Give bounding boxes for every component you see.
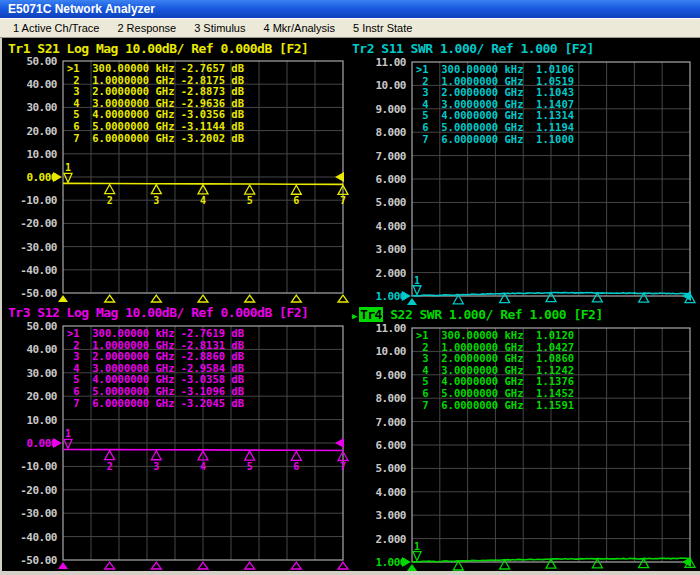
marker-table-row: 7 6.0000000 GHz 1.1000 [416,134,574,146]
marker-triangle-icon [245,451,255,460]
marker-triangle-icon [105,185,115,194]
marker-triangle-icon [151,451,161,460]
marker-active-triangle-icon [413,552,421,561]
axis-marker-icon [338,295,348,302]
axis-marker-active-icon [407,564,417,571]
menu-item-response[interactable]: 2 Response [108,22,185,34]
trace-name[interactable]: Tr3 [8,305,30,320]
marker-number: 2 [107,461,113,472]
marker-number: 5 [247,195,253,206]
menu-bar: 1 Active Ch/Trace 2 Response 3 Stimulus … [0,18,700,38]
marker-table-row: >1 300.00000 kHz 1.0120 [416,330,574,342]
trace-name[interactable]: Tr1 [8,41,30,56]
axis-marker-icon [151,562,161,569]
axis-marker-icon [105,295,115,302]
marker-number: 7 [340,195,346,206]
marker-number: 7 [340,461,346,472]
marker-number: 1 [414,541,420,552]
app-window: E5071C Network Analyzer 1 Active Ch/Trac… [0,0,700,575]
marker-table-tr3: >1 300.00000 kHz -2.7619 dB 2 1.0000000 … [67,328,244,409]
marker-table-row: >1 300.00000 kHz -2.7619 dB [67,328,244,340]
marker-table-row: 6 5.0000000 GHz -3.1144 dB [67,121,244,133]
menu-item-instr-state[interactable]: 5 Instr State [344,22,421,34]
axis-marker-icon [245,295,255,302]
marker-triangle-icon [151,185,161,194]
axis-marker-active-icon [58,562,68,569]
axis-marker-icon [105,562,115,569]
ref-level-arrow-left-icon [53,172,62,182]
marker-table-row: 7 6.0000000 GHz -3.2002 dB [67,133,244,145]
marker-triangle-icon [592,293,602,302]
axis-marker-icon [291,562,301,569]
ref-level-arrow-left-icon [53,438,62,448]
marker-number: 3 [153,461,159,472]
axis-marker-active-icon [58,295,68,302]
window-title: E5071C Network Analyzer [8,2,155,16]
window-titlebar: E5071C Network Analyzer [0,0,700,18]
trace-name[interactable]: Tr4 [359,307,383,322]
marker-table-row: 6 5.0000000 GHz 1.1452 [416,388,574,400]
marker-table-row: >1 300.00000 kHz -2.7657 dB [67,63,244,75]
marker-number: 2 [107,195,113,206]
marker-triangle-icon [639,293,649,302]
marker-triangle-icon [592,559,602,568]
menu-item-stimulus[interactable]: 3 Stimulus [185,22,254,34]
marker-number: 5 [247,461,253,472]
marker-table-row: >1 300.00000 kHz 1.0106 [416,64,574,76]
ref-level-arrow-left-icon [402,291,411,301]
marker-triangle-icon [245,185,255,194]
marker-triangle-icon [105,451,115,460]
marker-table-row: 7 6.0000000 GHz -3.2045 dB [67,398,244,410]
axis-marker-icon [245,562,255,569]
marker-triangle-icon [500,294,510,303]
axis-marker-icon [151,295,161,302]
marker-triangle-icon [639,559,649,568]
marker-table-tr1: >1 300.00000 kHz -2.7657 dB 2 1.0000000 … [67,63,244,144]
marker-triangle-icon [500,560,510,569]
marker-number: 6 [293,461,299,472]
menu-item-active-ch-trace[interactable]: 1 Active Ch/Trace [4,22,108,34]
marker-active-triangle-icon [64,173,72,182]
axis-marker-icon [198,562,208,569]
marker-active-triangle-icon [413,286,421,295]
ref-level-arrow-right-icon [335,438,344,448]
marker-number: 1 [414,275,420,286]
axis-marker-icon [291,295,301,302]
marker-table-row: 6 5.0000000 GHz 1.1194 [416,122,574,134]
menu-item-mkr-analysis[interactable]: 4 Mkr/Analysis [254,22,344,34]
axis-marker-active-icon [407,298,417,305]
active-trace-arrow-icon: ▶ [352,311,357,321]
window-border-left [0,38,2,575]
marker-table-row: 6 5.0000000 GHz -3.1096 dB [67,386,244,398]
window-border-bottom [0,571,700,575]
marker-number: 1 [65,162,71,173]
marker-active-triangle-icon [64,439,72,448]
marker-table-tr2: >1 300.00000 kHz 1.0106 2 1.0000000 GHz … [416,64,574,145]
marker-table-tr4: >1 300.00000 kHz 1.0120 2 1.0000000 GHz … [416,330,574,411]
marker-number: 4 [200,461,206,472]
marker-number: 6 [293,195,299,206]
ref-level-arrow-left-icon [402,557,411,567]
marker-number: 3 [153,195,159,206]
marker-table-row: 7 6.0000000 GHz 1.1591 [416,400,574,412]
ref-level-arrow-right-icon [335,172,344,182]
marker-triangle-icon [291,185,301,194]
marker-number: 1 [65,428,71,439]
marker-number: 4 [200,195,206,206]
axis-marker-icon [338,562,348,569]
marker-triangle-icon [291,451,301,460]
trace-name[interactable]: Tr2 [352,41,374,56]
axis-marker-icon [198,295,208,302]
